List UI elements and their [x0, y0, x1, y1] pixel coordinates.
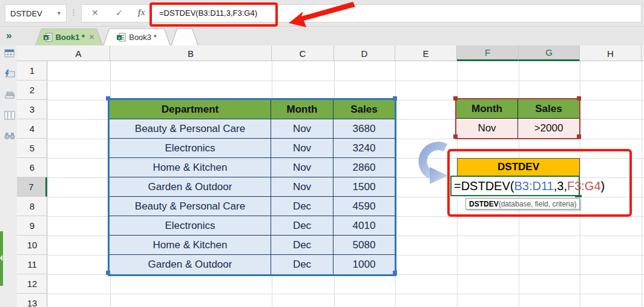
selection-handle[interactable]: [106, 271, 110, 275]
row-header-6[interactable]: 6: [17, 158, 47, 177]
row-header-4[interactable]: 4: [17, 119, 47, 139]
selection-handle[interactable]: [393, 271, 397, 275]
row-header-10[interactable]: 10: [17, 236, 47, 255]
tab-close-icon[interactable]: ✕: [89, 33, 94, 41]
toolbar-separator-dots: ⋮: [70, 8, 77, 17]
row-header-7[interactable]: 7: [17, 177, 47, 197]
sheet-nav-chevrons-icon[interactable]: »: [6, 30, 12, 42]
table-cell[interactable]: 5080: [334, 236, 395, 255]
sheet-tab-empty[interactable]: [171, 28, 199, 45]
flash-fill-icon[interactable]: [4, 70, 15, 79]
selection-handle[interactable]: [453, 96, 458, 101]
table-cell[interactable]: 2860: [334, 158, 395, 177]
table-cell[interactable]: Dec: [271, 255, 334, 274]
annotation-red-arrow-icon: [281, 0, 366, 31]
database-table-header-row: DepartmentMonthSales: [110, 100, 395, 119]
table-cell[interactable]: Garden & Outdoor: [110, 255, 271, 274]
row-header-3[interactable]: 3: [17, 100, 47, 119]
database-table-row: ElectronicsDec4010: [110, 216, 395, 236]
insert-function-icon[interactable]: fx: [138, 7, 145, 19]
database-table-row: Home & KitchenNov2860: [110, 158, 395, 177]
row-header-13[interactable]: 13: [17, 294, 47, 307]
column-header-F[interactable]: F: [457, 45, 519, 61]
selection-handle[interactable]: [577, 134, 581, 139]
sheet-tab-book1[interactable]: x Book1 * ✕: [35, 28, 103, 45]
row-header-1[interactable]: 1: [17, 61, 47, 81]
table-cell[interactable]: Home & Kitchen: [110, 236, 271, 255]
table-cell[interactable]: 4590: [334, 197, 395, 216]
sheet-tab-label: Book3 *: [129, 33, 157, 42]
print-area-icon[interactable]: [4, 90, 15, 99]
row-header-12[interactable]: 12: [17, 274, 47, 294]
database-table-row: Garden & OutdoorNov1500: [110, 177, 395, 197]
svg-text:x: x: [118, 35, 120, 41]
sheet-tab-book3[interactable]: x Book3 *: [103, 28, 171, 45]
table-cell[interactable]: Nov: [271, 119, 334, 139]
table-cell[interactable]: Dec: [271, 197, 334, 216]
find-binoculars-icon[interactable]: [4, 131, 15, 140]
name-box-value: DSTDEV: [5, 9, 56, 18]
criteria-table-header-row: MonthSales: [456, 99, 579, 119]
table-cell[interactable]: 4010: [334, 216, 395, 236]
row-header-9[interactable]: 9: [17, 216, 47, 236]
workbook-icon: x: [117, 33, 126, 42]
cancel-icon[interactable]: ✕: [91, 7, 99, 19]
row-header-11[interactable]: 11: [17, 255, 47, 274]
table-cell[interactable]: Nov: [271, 177, 334, 197]
table-style-icon[interactable]: [4, 49, 15, 58]
table-cell[interactable]: Beauty & Personal Care: [110, 197, 271, 216]
selection-handle[interactable]: [106, 96, 110, 101]
table-cell[interactable]: Home & Kitchen: [110, 158, 271, 177]
function-hint-name: DSTDEV: [469, 200, 499, 208]
criteria-table: MonthSalesNov>2000: [455, 98, 580, 139]
name-box[interactable]: DSTDEV ▼: [5, 4, 67, 22]
table-cell[interactable]: Dec: [271, 236, 334, 255]
workbook-icon: x: [44, 33, 53, 42]
table-header-cell[interactable]: Sales: [518, 99, 579, 119]
confirm-icon[interactable]: ✓: [116, 7, 123, 19]
column-grid-icon[interactable]: [4, 111, 15, 120]
selection-handle[interactable]: [577, 96, 581, 101]
column-header-D[interactable]: D: [334, 45, 395, 61]
table-cell[interactable]: 3680: [334, 119, 395, 139]
database-table-row: Beauty & Personal CareNov3680: [110, 119, 395, 139]
column-header-E[interactable]: E: [395, 45, 457, 61]
row-header-2[interactable]: 2: [17, 81, 47, 100]
table-cell[interactable]: Nov: [271, 158, 334, 177]
row-header-5[interactable]: 5: [17, 139, 47, 158]
table-cell[interactable]: 3240: [334, 139, 395, 158]
name-box-dropdown-icon[interactable]: ▼: [56, 10, 66, 16]
selection-handle[interactable]: [393, 96, 397, 101]
table-cell[interactable]: Beauty & Personal Care: [110, 119, 271, 139]
selection-handle[interactable]: [453, 134, 458, 139]
spreadsheet-app-window: DSTDEV ▼ ⋮ ✕ ✓ fx =DSTDEV(B3:D11,3,F3:G4…: [0, 0, 644, 307]
table-cell[interactable]: Electronics: [110, 216, 271, 236]
table-cell[interactable]: Garden & Outdoor: [110, 177, 271, 197]
database-table: DepartmentMonthSalesBeauty & Personal Ca…: [108, 98, 396, 276]
column-header-A[interactable]: A: [47, 45, 110, 61]
table-header-cell[interactable]: Month: [271, 100, 334, 119]
table-cell[interactable]: Nov: [271, 139, 334, 158]
column-header-H[interactable]: H: [580, 45, 642, 61]
table-header-cell[interactable]: Sales: [334, 100, 395, 119]
table-cell[interactable]: Electronics: [110, 139, 271, 158]
function-hint-tooltip: DSTDEV(database, field, criteria): [465, 198, 580, 210]
formula-annotation-red-box: [150, 2, 278, 27]
table-cell[interactable]: >2000: [518, 119, 579, 138]
row-header-8[interactable]: 8: [17, 197, 47, 216]
table-cell[interactable]: 1500: [334, 177, 395, 197]
database-table-row: ElectronicsNov3240: [110, 139, 395, 158]
svg-text:x: x: [44, 35, 47, 41]
column-header-G[interactable]: G: [519, 45, 580, 61]
grid-line: [642, 61, 642, 307]
sheet-tab-label: Book1 *: [56, 33, 85, 42]
database-table-row: Home & KitchenDec5080: [110, 236, 395, 255]
table-header-cell[interactable]: Department: [110, 100, 271, 119]
table-cell[interactable]: 1000: [334, 255, 395, 274]
table-cell[interactable]: Dec: [271, 216, 334, 236]
column-header-C[interactable]: C: [272, 45, 334, 61]
column-header-B[interactable]: B: [110, 45, 272, 61]
grid-line: [48, 81, 644, 81]
table-header-cell[interactable]: Month: [456, 99, 518, 119]
table-cell[interactable]: Nov: [456, 119, 518, 138]
